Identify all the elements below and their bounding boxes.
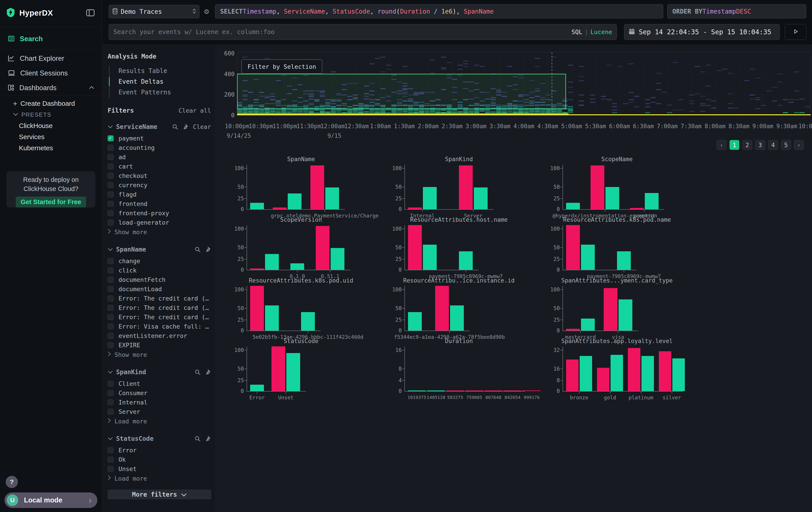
facet-search-icon[interactable] (194, 369, 201, 376)
chevron-down-icon[interactable] (108, 437, 113, 440)
filter-option-change[interactable]: change (108, 256, 211, 266)
checkbox (108, 173, 114, 179)
more-filters-button[interactable]: More filters (108, 489, 211, 499)
bar-pink (435, 286, 449, 330)
data-source-select[interactable]: Demo Traces (109, 5, 199, 18)
facet-search-icon[interactable] (194, 435, 201, 442)
filter-option-documentload[interactable]: documentLoad (108, 284, 211, 294)
filter-option-expire[interactable]: EXPIRE (108, 340, 211, 350)
bar-green (645, 193, 659, 209)
account-menu[interactable]: U Local mode › (4, 492, 97, 508)
filter-option-internal[interactable]: Internal (108, 398, 211, 407)
chevron-down-icon[interactable] (108, 371, 113, 374)
facet-pin-icon[interactable] (204, 369, 211, 376)
filter-option-unset[interactable]: Unset (108, 464, 211, 474)
gear-icon[interactable]: ⚙ (204, 7, 209, 16)
mode-sql[interactable]: SQL (572, 28, 582, 35)
filter-option-client[interactable]: Client (108, 379, 211, 388)
filter-option-load-generator[interactable]: load-generator (108, 218, 211, 227)
filter-option-error-the-credit-card-[interactable]: Error: The credit card (… (108, 294, 211, 303)
run-query-button[interactable] (785, 24, 806, 40)
facet-show-more[interactable]: Show more (108, 350, 211, 359)
order-by-input[interactable]: ORDER BY Timestamp DESC (667, 4, 806, 19)
filter-option-click[interactable]: click (108, 266, 211, 275)
filter-option-consumer[interactable]: Consumer (108, 388, 211, 398)
facet-load-more[interactable]: Load more (108, 474, 211, 483)
analysis-mode-results-table[interactable]: Results Table (110, 65, 211, 76)
page-prev-button[interactable]: ‹ (717, 140, 726, 150)
filter-option-flagd[interactable]: flagd (108, 190, 211, 199)
filter-option-cart[interactable]: cart (108, 162, 211, 171)
filter-option-ad[interactable]: ad (108, 152, 211, 162)
filter-option-payment[interactable]: payment (108, 134, 211, 143)
heatmap-x-tick: 6:00am (609, 123, 630, 130)
preset-clickhouse[interactable]: ClickHouse (0, 120, 102, 131)
analysis-mode-event-deltas[interactable]: Event Deltas (110, 76, 211, 87)
page-5-button[interactable]: 5 (781, 140, 791, 150)
collapse-sidebar-icon[interactable] (86, 9, 94, 17)
preset-label: Kubernetes (19, 144, 53, 152)
sql-expression: Timestamp, ServiceName, StatusCode, roun… (242, 8, 494, 15)
mode-lucene[interactable]: Lucene (590, 28, 612, 35)
facet-search-icon[interactable] (172, 123, 178, 130)
create-dashboard-button[interactable]: +Create Dashboard (0, 98, 102, 109)
filter-option-ok[interactable]: Ok (108, 455, 211, 464)
time-range-picker[interactable]: Sep 14 22:04:35 - Sep 15 10:04:35 (624, 24, 780, 40)
sidebar-item-client-sessions[interactable]: Client Sessions (0, 66, 102, 81)
chevron-down-icon[interactable] (108, 248, 113, 251)
x-category-label: 583275 (447, 395, 463, 400)
filter-by-selection-button[interactable]: Filter by Selection (241, 59, 322, 74)
divider (0, 49, 102, 50)
filter-option-error-the-credit-card-[interactable]: Error: The credit card (… (108, 312, 211, 322)
page-2-button[interactable]: 2 (743, 140, 752, 150)
bar-green (423, 187, 437, 209)
filter-option-checkout[interactable]: checkout (108, 171, 211, 180)
get-started-button[interactable]: Get Started for Free (16, 196, 86, 208)
chart-title: ResourceAttributes.k8s.pod.uid (233, 277, 369, 284)
bar-green (618, 299, 632, 330)
filter-option-accounting[interactable]: accounting (108, 143, 211, 152)
facet-clear-button[interactable]: Clear (193, 123, 211, 130)
bar-green (672, 358, 685, 391)
filter-option-currency[interactable]: currency (108, 180, 211, 190)
filter-option-error-the-credit-card-[interactable]: Error: The credit card (… (108, 303, 211, 312)
sidebar-item-dashboards[interactable]: Dashboards (0, 81, 102, 95)
help-button[interactable]: ? (6, 476, 18, 488)
x-axis (562, 209, 664, 210)
filter-option-error-visa-cache-full-[interactable]: Error: Visa cache full: … (108, 322, 211, 331)
chart-title: ScopeName (549, 156, 685, 162)
facet-pin-icon[interactable] (204, 246, 211, 253)
facet-pin-icon[interactable] (182, 123, 188, 130)
preset-kubernetes[interactable]: Kubernetes (0, 142, 102, 154)
mini-chart-resourceattributes-k8s-pod-name: ResourceAttributes.k8s.pod.name25501000p… (549, 216, 685, 277)
sql-select-input[interactable]: SELECT Timestamp, ServiceName, StatusCod… (215, 4, 663, 19)
chevron-down-icon[interactable] (108, 125, 113, 129)
event-deltas-heatmap[interactable] (237, 52, 811, 116)
y-tick-label: 50 (395, 184, 402, 190)
mini-chart-spanattributes-app-loyalty-level: SpanAttributes.app.loyalty.level816320br… (549, 338, 685, 398)
page-4-button[interactable]: 4 (768, 140, 778, 150)
y-tick-label: 25 (395, 317, 402, 323)
page-1-button[interactable]: 1 (729, 140, 739, 150)
y-tick-label: 25 (553, 317, 560, 323)
query-language-toggle[interactable]: SQL|Lucene (572, 28, 612, 35)
clear-all-button[interactable]: Clear all (178, 107, 211, 114)
filter-option-frontend[interactable]: frontend (108, 199, 211, 208)
sidebar-item-search[interactable]: Search (0, 32, 102, 46)
presets-toggle[interactable]: PRESETS (0, 109, 102, 120)
filter-option-eventlistener-error[interactable]: eventListener.error (108, 331, 211, 340)
preset-services[interactable]: Services (0, 131, 102, 142)
facet-search-icon[interactable] (194, 246, 201, 253)
analysis-mode-event-patterns[interactable]: Event Patterns (110, 87, 211, 98)
filter-option-server[interactable]: Server (108, 407, 211, 416)
sidebar-item-chart-explorer[interactable]: Chart Explorer (0, 51, 102, 66)
facet-load-more[interactable]: Load more (108, 416, 211, 426)
facet-pin-icon[interactable] (204, 435, 211, 442)
facet-show-more[interactable]: Show more (108, 227, 211, 237)
filter-option-frontend-proxy[interactable]: frontend-proxy (108, 208, 211, 218)
search-input[interactable] (113, 28, 572, 36)
filter-option-documentfetch[interactable]: documentFetch (108, 275, 211, 284)
filter-option-error[interactable]: Error (108, 446, 211, 455)
page-3-button[interactable]: 3 (755, 140, 765, 150)
page-next-button[interactable]: › (794, 140, 804, 150)
